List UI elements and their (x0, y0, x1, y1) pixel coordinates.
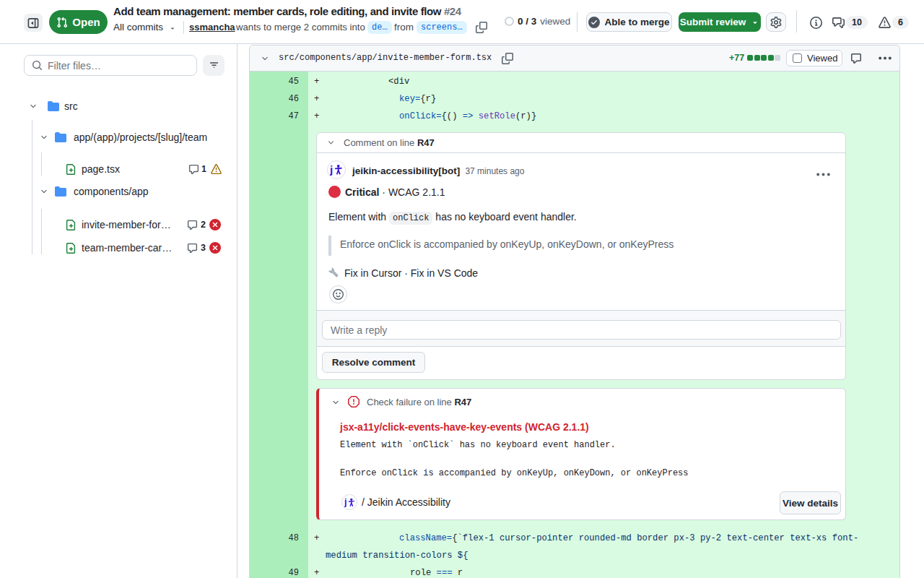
svg-text:j: j (344, 497, 347, 507)
svg-text:j: j (330, 163, 333, 176)
